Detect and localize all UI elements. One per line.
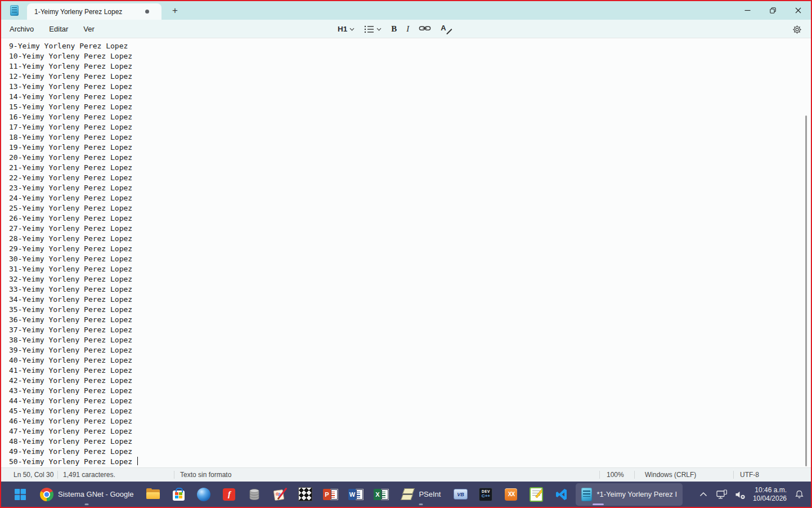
editor-line: 19-Yeimy Yorleny Perez Lopez bbox=[9, 142, 811, 153]
excel-icon: X bbox=[374, 489, 389, 500]
network-display-icon bbox=[716, 489, 728, 500]
windows-start-icon bbox=[14, 488, 27, 501]
globe-app-icon bbox=[197, 488, 210, 501]
file-explorer-button[interactable] bbox=[142, 483, 164, 506]
notepad-window-button[interactable]: *1-Yeimy Yorleny Perez I bbox=[576, 483, 683, 506]
menu-archivo[interactable]: Archivo bbox=[10, 25, 34, 33]
vscode-icon bbox=[555, 488, 568, 501]
minimize-button[interactable] bbox=[735, 1, 760, 20]
editor-line: 13-Yeimy Yorleny Perez Lopez bbox=[9, 82, 811, 92]
editor-line: 15-Yeimy Yorleny Perez Lopez bbox=[9, 102, 811, 112]
editor-text: 9-Yeimy Yorleny Perez Lopez10-Yeimy Yorl… bbox=[1, 38, 811, 467]
restore-icon bbox=[770, 7, 776, 14]
xampp-button[interactable]: XX bbox=[500, 483, 522, 506]
document-tab[interactable]: 1-Yeimy Yorleny Perez Lopez bbox=[27, 3, 161, 20]
editor-line: 49-Yeimy Yorleny Perez Lopez bbox=[9, 447, 811, 457]
word-icon: W bbox=[348, 489, 364, 500]
start-button[interactable] bbox=[9, 483, 32, 506]
editor-line: 39-Yeimy Yorleny Perez Lopez bbox=[9, 345, 811, 355]
chevron-down-icon bbox=[376, 28, 382, 31]
taskbar: Sistema GNet - Google f bbox=[1, 482, 811, 507]
editor-line: 10-Yeimy Yorleny Perez Lopez bbox=[9, 51, 811, 61]
dfd-app-button[interactable] bbox=[294, 483, 316, 506]
bold-button[interactable]: B bbox=[391, 24, 397, 34]
paint-app-button[interactable] bbox=[268, 483, 291, 506]
notifications-button[interactable] bbox=[792, 484, 806, 505]
microsoft-store-button[interactable] bbox=[167, 483, 190, 506]
clock-date: 10/04/2026 bbox=[753, 494, 787, 503]
editor-line: 20-Yeimy Yorleny Perez Lopez bbox=[9, 153, 811, 163]
minimize-icon bbox=[744, 7, 751, 14]
format-toolbar: H1 B I bbox=[338, 20, 452, 38]
notepad-icon bbox=[581, 488, 592, 501]
editor-area[interactable]: 9-Yeimy Yorleny Perez Lopez10-Yeimy Yorl… bbox=[1, 38, 811, 467]
excel-button[interactable]: X bbox=[370, 483, 392, 506]
powerpoint-button[interactable]: P bbox=[319, 483, 342, 506]
pseint-window-button[interactable]: PSeInt bbox=[395, 483, 446, 506]
titlebar: 1-Yeimy Yorleny Perez Lopez + bbox=[1, 1, 811, 20]
editor-line: 27-Yeimy Yorleny Perez Lopez bbox=[9, 224, 811, 234]
editor-line: 38-Yeimy Yorleny Perez Lopez bbox=[9, 335, 811, 345]
editor-line: 11-Yeimy Yorleny Perez Lopez bbox=[9, 61, 811, 72]
editor-line: 24-Yeimy Yorleny Perez Lopez bbox=[9, 193, 811, 203]
status-format: Texto sin formato bbox=[180, 471, 231, 479]
chrome-window-button[interactable]: Sistema GNet - Google bbox=[34, 483, 139, 506]
hidden-icons-button[interactable] bbox=[696, 484, 711, 505]
word-button[interactable]: W bbox=[344, 483, 367, 506]
running-indicator bbox=[85, 503, 89, 505]
menu-ver[interactable]: Ver bbox=[83, 25, 95, 33]
clear-format-button[interactable]: A bbox=[441, 24, 452, 35]
menu-toolbar-row: Archivo Editar Ver H1 B I bbox=[1, 20, 811, 38]
editor-line: 33-Yeimy Yorleny Perez Lopez bbox=[9, 284, 811, 295]
vertical-scrollbar[interactable] bbox=[805, 115, 807, 466]
editor-line: 43-Yeimy Yorleny Perez Lopez bbox=[9, 386, 811, 396]
editor-line: 23-Yeimy Yorleny Perez Lopez bbox=[9, 183, 811, 193]
dev-cpp-button[interactable]: DEV C++ bbox=[474, 483, 497, 506]
network-button[interactable] bbox=[715, 484, 729, 505]
settings-button[interactable] bbox=[789, 22, 804, 37]
editor-line: 35-Yeimy Yorleny Perez Lopez bbox=[9, 305, 811, 315]
chevron-up-icon bbox=[699, 492, 707, 497]
active-running-indicator bbox=[593, 503, 604, 505]
screen: 1-Yeimy Yorleny Perez Lopez + Archivo Ed… bbox=[0, 0, 812, 508]
menu-editar[interactable]: Editar bbox=[49, 25, 68, 33]
editor-line: 45-Yeimy Yorleny Perez Lopez bbox=[9, 406, 811, 416]
red-f-app-button[interactable]: f bbox=[218, 483, 240, 506]
status-bar: Ln 50, Col 30 1,491 caracteres. Texto si… bbox=[1, 467, 811, 482]
close-button[interactable] bbox=[786, 1, 811, 20]
clock-time: 10:46 a.m. bbox=[753, 486, 787, 494]
editor-line: 41-Yeimy Yorleny Perez Lopez bbox=[9, 366, 811, 376]
window-controls bbox=[735, 1, 811, 20]
running-indicator bbox=[419, 503, 423, 505]
database-app-button[interactable] bbox=[243, 483, 266, 506]
italic-button[interactable]: I bbox=[406, 24, 409, 34]
heading-label: H1 bbox=[338, 25, 347, 33]
clock[interactable]: 10:46 a.m. 10/04/2026 bbox=[753, 486, 787, 503]
gear-icon bbox=[792, 24, 802, 35]
restore-button[interactable] bbox=[760, 1, 786, 20]
status-encoding: UTF-8 bbox=[740, 471, 759, 479]
editor-line: 47-Yeimy Yorleny Perez Lopez bbox=[9, 426, 811, 436]
list-dropdown-button[interactable] bbox=[364, 25, 382, 34]
editor-line: 37-Yeimy Yorleny Perez Lopez bbox=[9, 325, 811, 335]
notepad-plus-plus-button[interactable] bbox=[525, 483, 548, 506]
file-explorer-icon bbox=[146, 488, 160, 500]
xampp-icon: XX bbox=[505, 488, 517, 501]
status-cursor-position: Ln 50, Col 30 bbox=[14, 471, 53, 479]
editor-line: 42-Yeimy Yorleny Perez Lopez bbox=[9, 376, 811, 386]
globe-app-button[interactable] bbox=[192, 483, 215, 506]
paint-app-icon bbox=[273, 488, 286, 501]
visual-basic-button[interactable]: VB bbox=[449, 483, 472, 506]
link-button[interactable] bbox=[419, 23, 431, 35]
editor-line: 31-Yeimy Yorleny Perez Lopez bbox=[9, 264, 811, 274]
volume-button[interactable] bbox=[733, 484, 748, 505]
editor-line: 25-Yeimy Yorleny Perez Lopez bbox=[9, 203, 811, 213]
microsoft-store-icon bbox=[173, 491, 185, 501]
menubar: Archivo Editar Ver bbox=[10, 20, 95, 38]
editor-line: 46-Yeimy Yorleny Perez Lopez bbox=[9, 416, 811, 426]
new-tab-button[interactable]: + bbox=[167, 3, 183, 18]
editor-line: 28-Yeimy Yorleny Perez Lopez bbox=[9, 234, 811, 244]
vscode-button[interactable] bbox=[550, 483, 573, 506]
editor-line: 29-Yeimy Yorleny Perez Lopez bbox=[9, 244, 811, 254]
heading-dropdown-button[interactable]: H1 bbox=[338, 25, 355, 33]
